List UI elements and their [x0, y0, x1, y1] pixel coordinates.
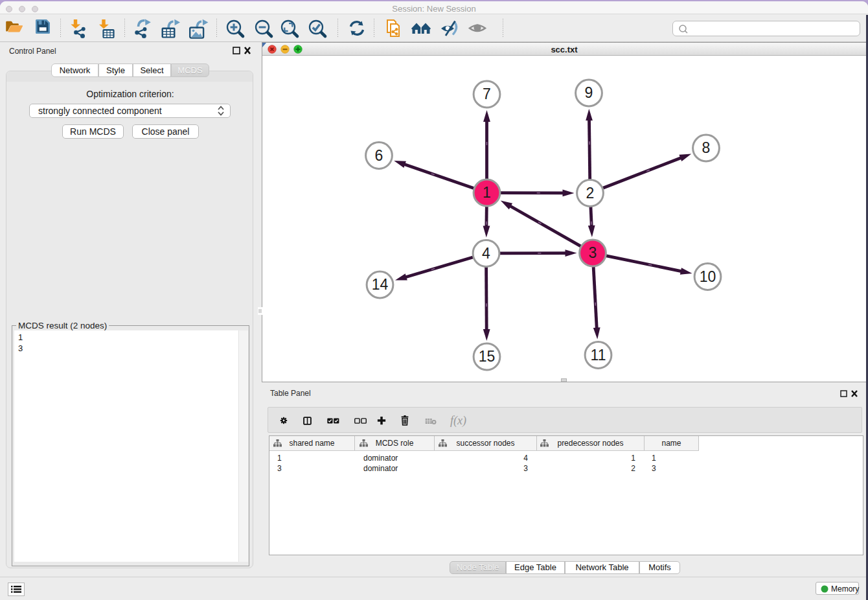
svg-text:9: 9 [585, 84, 593, 101]
svg-text:10: 10 [700, 268, 716, 285]
svg-text:15: 15 [479, 348, 496, 365]
svg-text:4: 4 [482, 245, 490, 262]
svg-text:11: 11 [591, 347, 606, 363]
svg-text:2: 2 [586, 185, 595, 202]
svg-text:14: 14 [372, 276, 389, 293]
svg-text:3: 3 [589, 244, 597, 261]
svg-text:8: 8 [702, 139, 711, 156]
svg-text:1: 1 [483, 184, 491, 201]
svg-text:6: 6 [375, 147, 383, 164]
svg-text:7: 7 [483, 86, 491, 102]
